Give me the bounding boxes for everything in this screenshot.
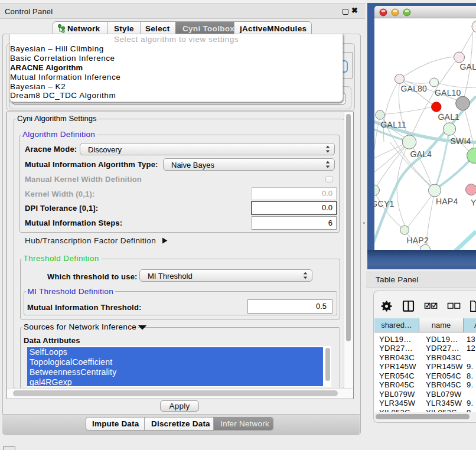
svg-text:GAL2: GAL2 <box>460 62 476 71</box>
svg-text:GAL1: GAL1 <box>438 112 460 122</box>
svg-text:GAL80: GAL80 <box>401 84 428 93</box>
svg-text:GCY1: GCY1 <box>374 199 394 208</box>
svg-text:HAP4: HAP4 <box>436 197 458 206</box>
svg-text:GAL10: GAL10 <box>435 88 461 97</box>
svg-text:GAL11: GAL11 <box>381 120 407 129</box>
svg-text:YM: YM <box>471 198 476 207</box>
svg-text:HAP2: HAP2 <box>407 236 429 245</box>
svg-text:SWI4: SWI4 <box>451 136 471 146</box>
svg-text:GAL4: GAL4 <box>410 149 432 159</box>
